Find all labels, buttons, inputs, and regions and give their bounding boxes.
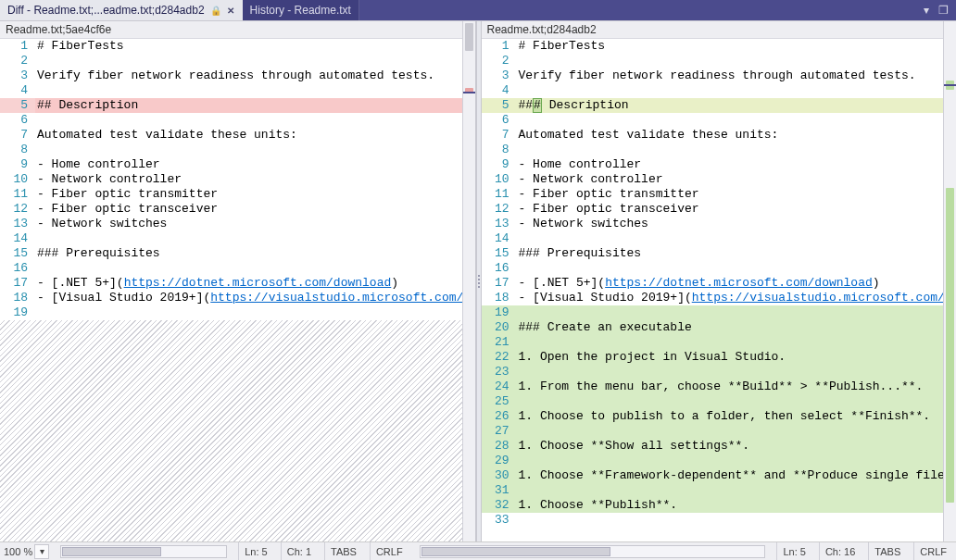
line-text[interactable]: ### Description — [517, 98, 957, 113]
code-line[interactable]: 12- Fiber optic transceiver — [482, 202, 957, 217]
line-text[interactable]: 1. Choose **Framework-dependent** and **… — [517, 468, 957, 483]
active-files-dropdown-icon[interactable]: ▾ — [924, 4, 929, 17]
left-horizontal-scrollbar[interactable] — [60, 545, 227, 558]
code-line[interactable]: 2 — [482, 54, 957, 68]
left-editor[interactable]: 1# FiberTests23Verify fiber network read… — [0, 39, 475, 541]
line-text[interactable]: - Network switches — [517, 217, 957, 231]
code-line[interactable]: 15### Prerequisites — [482, 246, 957, 261]
code-line[interactable]: 281. Choose **Show all settings**. — [482, 439, 957, 454]
code-line[interactable]: 17- [.NET 5+](https://dotnet.microsoft.c… — [482, 276, 957, 291]
line-text[interactable]: - Fiber optic transceiver — [35, 202, 475, 217]
code-line[interactable]: 25 — [482, 394, 957, 409]
code-line[interactable]: 20### Create an executable — [482, 320, 957, 335]
right-editor[interactable]: 1# FiberTests23Verify fiber network read… — [482, 39, 957, 541]
line-text[interactable]: 1. Choose **Publish**. — [517, 498, 957, 513]
line-text[interactable] — [517, 143, 957, 157]
line-text[interactable]: - Network controller — [517, 172, 957, 187]
code-line[interactable]: 11- Fiber optic transmitter — [0, 187, 475, 202]
code-line[interactable]: 1# FiberTests — [482, 39, 957, 54]
tab-diff[interactable]: Diff - Readme.txt;...eadme.txt;d284adb2 … — [0, 0, 243, 20]
code-line[interactable]: 9- Home controller — [482, 157, 957, 172]
code-line[interactable]: 5## Description — [0, 98, 475, 113]
line-text[interactable]: - Home controller — [517, 157, 957, 172]
close-icon[interactable]: ✕ — [227, 6, 234, 16]
hyperlink[interactable]: https://dotnet.microsoft.com/download — [124, 276, 392, 290]
code-line[interactable]: 19 — [0, 305, 475, 320]
status-eol-left[interactable]: CRLF — [370, 542, 409, 560]
line-text[interactable] — [35, 261, 475, 276]
code-line[interactable]: 13- Network switches — [482, 217, 957, 231]
line-text[interactable]: 1. Choose to publish to a folder, then s… — [517, 409, 957, 424]
line-text[interactable] — [517, 261, 957, 276]
code-line[interactable]: 7Automated test validate these units: — [482, 128, 957, 143]
code-line[interactable]: 21 — [482, 335, 957, 350]
code-line[interactable]: 241. From the menu bar, choose **Build**… — [482, 380, 957, 394]
line-text[interactable] — [517, 305, 957, 320]
code-line[interactable]: 3Verify fiber network readiness through … — [482, 68, 957, 83]
line-text[interactable]: ## Description — [35, 98, 475, 113]
line-text[interactable] — [517, 113, 957, 128]
line-text[interactable] — [35, 54, 475, 68]
line-text[interactable]: Automated test validate these units: — [517, 128, 957, 143]
line-text[interactable]: - Network controller — [35, 172, 475, 187]
code-line[interactable]: 33 — [482, 513, 957, 528]
line-text[interactable]: ### Create an executable — [517, 320, 957, 335]
code-line[interactable]: 6 — [0, 113, 475, 128]
line-text[interactable] — [517, 394, 957, 409]
code-line[interactable]: 8 — [482, 143, 957, 157]
hyperlink[interactable]: https://visualstudio.microsoft.com/vs/ — [210, 291, 474, 305]
line-text[interactable] — [35, 305, 475, 320]
code-line[interactable]: 18- [Visual Studio 2019+](https://visual… — [0, 291, 475, 305]
zoom-dropdown-icon[interactable]: ▾ — [34, 544, 49, 559]
line-text[interactable]: - [.NET 5+](https://dotnet.microsoft.com… — [35, 276, 475, 291]
left-overview-ruler[interactable] — [462, 21, 475, 541]
code-line[interactable]: 29 — [482, 454, 957, 468]
code-line[interactable]: 18- [Visual Studio 2019+](https://visual… — [482, 291, 957, 305]
right-overview-ruler[interactable] — [943, 21, 956, 541]
code-line[interactable]: 19 — [482, 305, 957, 320]
line-text[interactable]: 1. Open the project in Visual Studio. — [517, 350, 957, 365]
right-horizontal-scrollbar[interactable] — [420, 545, 766, 558]
code-line[interactable]: 13- Network switches — [0, 217, 475, 231]
line-text[interactable]: - Fiber optic transmitter — [35, 187, 475, 202]
line-text[interactable] — [517, 483, 957, 498]
code-line[interactable]: 16 — [0, 261, 475, 276]
line-text[interactable]: Verify fiber network readiness through a… — [517, 68, 957, 83]
code-line[interactable]: 4 — [0, 83, 475, 98]
line-text[interactable]: # FiberTests — [517, 39, 957, 54]
hyperlink[interactable]: https://dotnet.microsoft.com/download — [605, 276, 873, 290]
line-text[interactable]: - Fiber optic transmitter — [517, 187, 957, 202]
line-text[interactable] — [517, 424, 957, 439]
line-text[interactable]: - [.NET 5+](https://dotnet.microsoft.com… — [517, 276, 957, 291]
line-text[interactable] — [517, 454, 957, 468]
maximize-icon[interactable]: ❐ — [938, 4, 949, 17]
line-text[interactable] — [517, 54, 957, 68]
line-text[interactable]: Verify fiber network readiness through a… — [35, 68, 475, 83]
code-line[interactable]: 5### Description — [482, 98, 957, 113]
code-line[interactable]: 16 — [482, 261, 957, 276]
line-text[interactable]: - [Visual Studio 2019+](https://visualst… — [35, 291, 475, 305]
code-line[interactable]: 4 — [482, 83, 957, 98]
line-text[interactable] — [517, 335, 957, 350]
code-line[interactable]: 23 — [482, 365, 957, 380]
line-text[interactable] — [517, 83, 957, 98]
code-line[interactable]: 3Verify fiber network readiness through … — [0, 68, 475, 83]
code-line[interactable]: 261. Choose to publish to a folder, then… — [482, 409, 957, 424]
line-text[interactable]: ### Prerequisites — [35, 246, 475, 261]
line-text[interactable] — [35, 83, 475, 98]
line-text[interactable] — [35, 113, 475, 128]
code-line[interactable]: 15### Prerequisites — [0, 246, 475, 261]
line-text[interactable] — [517, 231, 957, 246]
line-text[interactable]: - Network switches — [35, 217, 475, 231]
code-line[interactable]: 14 — [0, 231, 475, 246]
code-line[interactable]: 12- Fiber optic transceiver — [0, 202, 475, 217]
code-line[interactable]: 6 — [482, 113, 957, 128]
tab-history[interactable]: History - Readme.txt — [243, 0, 359, 20]
code-line[interactable]: 301. Choose **Framework-dependent** and … — [482, 468, 957, 483]
code-line[interactable]: 14 — [482, 231, 957, 246]
code-line[interactable]: 321. Choose **Publish**. — [482, 498, 957, 513]
line-text[interactable] — [517, 365, 957, 380]
code-line[interactable]: 1# FiberTests — [0, 39, 475, 54]
status-eol-right[interactable]: CRLF — [913, 542, 952, 560]
code-line[interactable]: 27 — [482, 424, 957, 439]
